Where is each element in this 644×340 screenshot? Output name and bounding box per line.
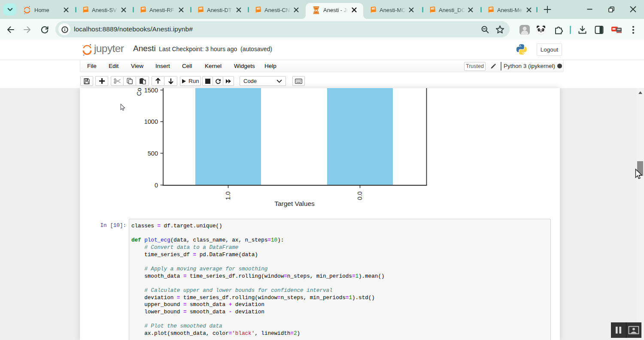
svg-text:1000: 1000 bbox=[144, 118, 158, 125]
svg-text:500: 500 bbox=[148, 150, 158, 157]
svg-text:Target Values: Target Values bbox=[274, 200, 315, 207]
svg-text:1.0: 1.0 bbox=[225, 191, 231, 200]
svg-text:0.0: 0.0 bbox=[356, 191, 363, 200]
svg-text:Count: Count bbox=[136, 88, 143, 96]
svg-text:1500: 1500 bbox=[144, 88, 158, 94]
svg-text:0: 0 bbox=[155, 182, 158, 189]
